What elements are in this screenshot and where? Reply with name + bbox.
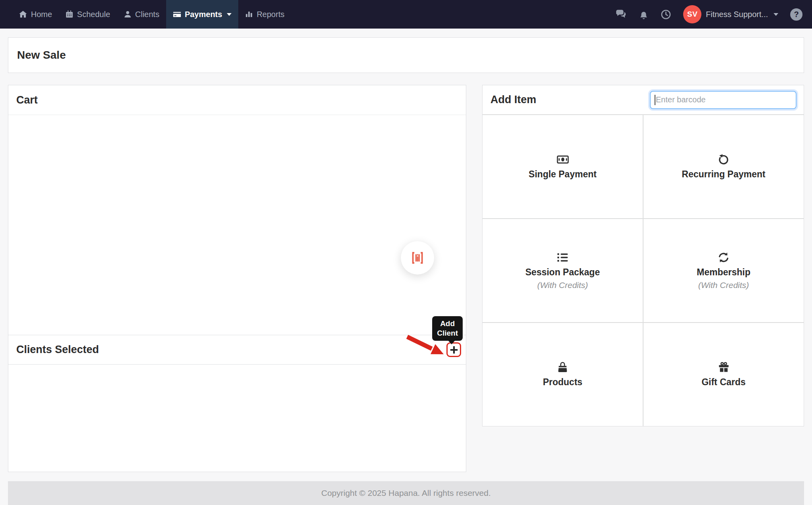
tile-label: Gift Cards (701, 377, 745, 388)
bar-chart-icon (245, 10, 253, 18)
clock-icon (661, 9, 671, 20)
cart-title: Cart (16, 94, 38, 106)
barcode-input[interactable] (650, 91, 797, 109)
calendar-icon (65, 10, 73, 18)
nav-item-reports[interactable]: Reports (238, 0, 291, 29)
cart-empty-area (8, 115, 466, 335)
clients-selected-header: Clients Selected (8, 335, 466, 365)
chevron-down-icon (774, 13, 778, 16)
nav-item-label: Payments (185, 10, 222, 19)
nav-menu: Home Schedule Clients Payments Report (12, 0, 291, 29)
tooltip-line: Add (437, 319, 458, 328)
copyright-text: Copyright © 2025 Hapana. All rights rese… (321, 488, 491, 498)
clients-selected-title: Clients Selected (16, 344, 99, 356)
home-icon (19, 10, 27, 19)
account-menu[interactable]: SV Fitness Support... (683, 5, 778, 23)
tile-sublabel: (With Credits) (537, 280, 588, 290)
add-item-header: Add Item (483, 85, 804, 115)
main-row: Cart Clients Selected (8, 85, 804, 472)
tile-label: Single Payment (529, 169, 596, 180)
tile-label: Products (543, 377, 582, 388)
barcode-input-wrap (650, 91, 797, 109)
help-icon[interactable] (790, 8, 802, 21)
tile-recurring-payment[interactable]: Recurring Payment (643, 115, 804, 218)
nav-item-clients[interactable]: Clients (117, 0, 166, 29)
account-name: Fitness Support... (706, 10, 768, 19)
nav-item-payments[interactable]: Payments (166, 0, 239, 29)
tile-membership[interactable]: Membership (With Credits) (643, 219, 804, 322)
nav-item-schedule[interactable]: Schedule (59, 0, 117, 29)
sync-icon (718, 252, 730, 263)
avatar: SV (683, 5, 701, 23)
cart-panel: Cart Clients Selected (8, 85, 466, 472)
user-icon (124, 10, 132, 18)
add-item-panel: Add Item Single Payment (482, 85, 804, 426)
add-item-tiles: Single Payment Recurring Payment Session… (483, 115, 804, 426)
barcode-scan-icon (409, 250, 426, 266)
notifications-button[interactable] (639, 9, 649, 20)
chevron-down-icon (227, 13, 232, 16)
nav-item-label: Reports (257, 10, 284, 19)
nav-item-label: Home (31, 10, 52, 19)
credit-card-icon (173, 10, 181, 19)
add-item-title: Add Item (490, 94, 536, 106)
tile-label: Session Package (525, 267, 600, 278)
top-navbar: Home Schedule Clients Payments Report (0, 0, 812, 29)
chat-icon (615, 9, 627, 19)
cart-header: Cart (8, 85, 466, 115)
plus-icon (449, 345, 459, 355)
tile-gift-cards[interactable]: Gift Cards (643, 323, 804, 426)
new-sale-header-card: New Sale (8, 37, 804, 73)
money-bill-icon (556, 154, 569, 165)
list-icon (557, 252, 569, 263)
nav-item-home[interactable]: Home (12, 0, 59, 29)
tile-label: Membership (697, 267, 750, 278)
tile-session-package[interactable]: Session Package (With Credits) (483, 219, 643, 322)
page-footer: Copyright © 2025 Hapana. All rights rese… (8, 481, 804, 505)
tile-products[interactable]: Products (483, 323, 643, 426)
gift-icon (718, 361, 730, 373)
messages-button[interactable] (615, 9, 627, 19)
barcode-scan-button[interactable] (401, 241, 434, 275)
add-client-button[interactable] (446, 342, 461, 357)
tile-label: Recurring Payment (682, 169, 766, 180)
page-content: New Sale Cart (0, 29, 812, 505)
add-client-tooltip: Add Client (432, 316, 463, 341)
page-title: New Sale (17, 49, 66, 61)
tile-single-payment[interactable]: Single Payment (483, 115, 643, 218)
nav-utilities: SV Fitness Support... (615, 0, 802, 29)
shopping-bag-icon (557, 361, 569, 373)
history-button[interactable] (661, 9, 671, 20)
rotate-left-icon (718, 154, 730, 165)
text-cursor (655, 95, 655, 105)
clients-selected-empty-area (8, 365, 466, 472)
tooltip-line: Client (437, 328, 458, 338)
tile-sublabel: (With Credits) (698, 280, 749, 290)
nav-item-label: Schedule (77, 10, 110, 19)
nav-item-label: Clients (135, 10, 159, 19)
bell-icon (639, 9, 649, 20)
